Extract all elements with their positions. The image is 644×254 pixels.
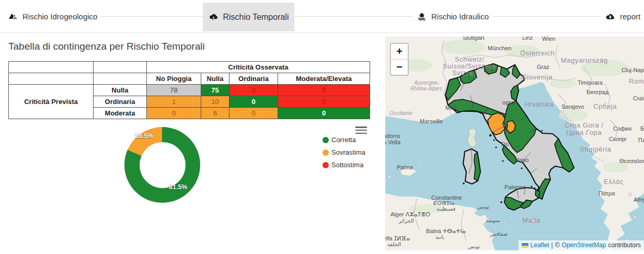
storm-icon — [209, 12, 218, 22]
donut-chart[interactable]: 18.5% 81.5% — [124, 127, 200, 203]
map-canvas — [385, 37, 644, 250]
osm-link[interactable]: OpenStreetMap — [562, 241, 606, 249]
page-title: Tabella di contingenza per Rischio Tempo… — [8, 41, 205, 52]
donut-hole — [140, 142, 186, 188]
dashboard-page: Rischio Idrogeologico Rischio Temporali … — [0, 0, 644, 254]
table-header-row: Criticità Osservata — [9, 62, 370, 73]
empty-cell — [94, 62, 147, 73]
report-label: report — [620, 12, 640, 21]
legend-item-sottostima[interactable]: Sottostima — [323, 161, 365, 169]
table-cell: 10 — [201, 96, 229, 108]
col-header: Nulla — [201, 73, 229, 85]
table-subheader-row: No Pioggia Nulla Ordinaria Moderata/Elev… — [9, 73, 370, 85]
chart-menu-button[interactable] — [355, 126, 367, 134]
row-label: Moderata — [94, 108, 147, 119]
table-cell: 78 — [147, 85, 201, 96]
table-cell: 0 — [229, 108, 278, 119]
table-cell: 0 — [278, 96, 370, 108]
predicted-header: Criticità Prevista — [9, 85, 94, 119]
legend-item-sovrastima[interactable]: Sovrastima — [323, 148, 365, 156]
tab-rischio-temporali-active[interactable]: Rischio Temporali — [203, 3, 294, 31]
legend-dot-orange — [323, 149, 329, 156]
map-attribution: Leaflet | © OpenStreetMap contributors — [519, 240, 644, 250]
legend-dot-red — [323, 162, 329, 168]
table-cell: 0 — [278, 85, 370, 96]
empty-cell — [9, 62, 94, 73]
flood-icon — [417, 11, 427, 21]
col-header: No Pioggia — [147, 73, 201, 85]
tab-label: Rischio Idraulico — [431, 12, 489, 21]
donut-label-sovrastima: 18.5% — [135, 132, 153, 140]
donut-label-corretta: 81.5% — [169, 183, 187, 191]
table-cell: 6 — [201, 108, 229, 119]
col-header: Moderata/Elevata — [278, 73, 370, 85]
tab-label: Rischio Idrogeologico — [22, 12, 97, 21]
table-cell: 75 — [201, 85, 229, 96]
row-label: Nulla — [94, 85, 147, 96]
table-cell: 0 — [278, 108, 370, 119]
map-zoom-control: + − — [390, 43, 409, 76]
col-header: Ordinaria — [229, 73, 278, 85]
row-label: Ordinaria — [94, 96, 147, 108]
zoom-in-button[interactable]: + — [391, 44, 408, 60]
table-cell: 1 — [147, 96, 201, 108]
empty-cell — [9, 73, 94, 85]
table-cell: 0 — [229, 96, 278, 108]
legend-item-corretta[interactable]: Corretta — [323, 136, 365, 144]
nav-divider — [0, 32, 644, 33]
tab-label: Rischio Temporali — [223, 13, 289, 22]
zoom-out-button[interactable]: − — [391, 60, 408, 75]
leaflet-link[interactable]: Leaflet — [531, 241, 549, 249]
legend-dot-green — [323, 137, 329, 143]
contingency-table: Criticità Osservata No Pioggia Nulla Ord… — [8, 61, 370, 119]
ukraine-flag-icon — [522, 243, 528, 248]
top-stepper-nav: Rischio Idrogeologico Rischio Temporali … — [0, 0, 644, 32]
leaflet-map[interactable]: StuttgartLinzMünchenWienÖsterreichGrazMa… — [385, 37, 644, 250]
tab-rischio-idrogeologico[interactable]: Rischio Idrogeologico — [4, 0, 101, 32]
empty-cell — [94, 73, 147, 85]
table-cell: 0 — [229, 85, 278, 96]
cloud-download-icon — [605, 11, 615, 21]
landslide-icon — [8, 11, 18, 21]
observed-header: Criticità Osservata — [147, 62, 370, 73]
report-button[interactable]: report — [601, 0, 644, 32]
tab-rischio-idraulico[interactable]: Rischio Idraulico — [413, 0, 493, 32]
table-cell: 0 — [147, 108, 201, 119]
table-row: Criticità Prevista Nulla 78 75 0 0 — [9, 85, 370, 96]
chart-legend: Corretta Sovrastima Sottostima — [323, 136, 365, 169]
